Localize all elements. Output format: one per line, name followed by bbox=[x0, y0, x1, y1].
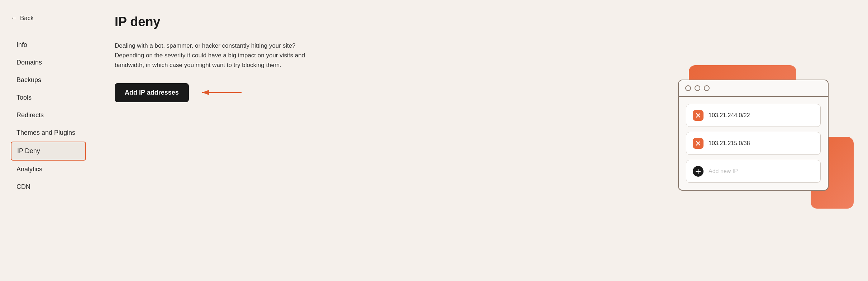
sidebar-item-domains[interactable]: Domains bbox=[11, 54, 86, 71]
back-button[interactable]: ← Back bbox=[11, 14, 97, 22]
ip-address-1: 103.21.244.0/22 bbox=[709, 112, 750, 119]
back-arrow-icon: ← bbox=[11, 14, 17, 22]
page-title: IP deny bbox=[115, 14, 846, 29]
sidebar-item-backups[interactable]: Backups bbox=[11, 71, 86, 89]
browser-body: 103.21.244.0/22 103.21.215.0/38 bbox=[679, 97, 828, 190]
sidebar-item-cdn[interactable]: CDN bbox=[11, 178, 86, 196]
browser-dot-3 bbox=[704, 85, 710, 91]
illustration: 103.21.244.0/22 103.21.215.0/38 bbox=[678, 65, 854, 216]
arrow-indicator bbox=[200, 87, 243, 98]
ip-entry-1: 103.21.244.0/22 bbox=[686, 104, 821, 127]
ip-entry-2: 103.21.215.0/38 bbox=[686, 132, 821, 155]
sidebar-item-info[interactable]: Info bbox=[11, 36, 86, 54]
page-description: Dealing with a bot, spammer, or hacker c… bbox=[115, 41, 308, 70]
remove-ip-1-icon[interactable] bbox=[693, 110, 704, 121]
browser-window: 103.21.244.0/22 103.21.215.0/38 bbox=[678, 80, 829, 191]
plus-icon bbox=[693, 166, 704, 177]
add-ip-button[interactable]: Add IP addresses bbox=[115, 83, 189, 102]
sidebar-item-ip-deny[interactable]: IP Deny bbox=[11, 142, 86, 161]
browser-dot-2 bbox=[695, 85, 700, 91]
ip-address-2: 103.21.215.0/38 bbox=[709, 140, 750, 147]
sidebar-item-themes-and-plugins[interactable]: Themes and Plugins bbox=[11, 124, 86, 142]
browser-dot-1 bbox=[685, 85, 691, 91]
arrow-icon bbox=[200, 87, 243, 98]
browser-titlebar bbox=[679, 80, 828, 97]
sidebar-item-analytics[interactable]: Analytics bbox=[11, 161, 86, 178]
sidebar: ← Back Info Domains Backups Tools Redire… bbox=[0, 0, 97, 281]
add-new-ip-label: Add new IP bbox=[709, 168, 738, 175]
remove-ip-2-icon[interactable] bbox=[693, 138, 704, 149]
add-new-ip-entry[interactable]: Add new IP bbox=[686, 160, 821, 183]
sidebar-nav: Info Domains Backups Tools Redirects The… bbox=[11, 36, 97, 196]
sidebar-item-tools[interactable]: Tools bbox=[11, 89, 86, 106]
sidebar-item-redirects[interactable]: Redirects bbox=[11, 106, 86, 124]
back-label: Back bbox=[20, 15, 34, 22]
